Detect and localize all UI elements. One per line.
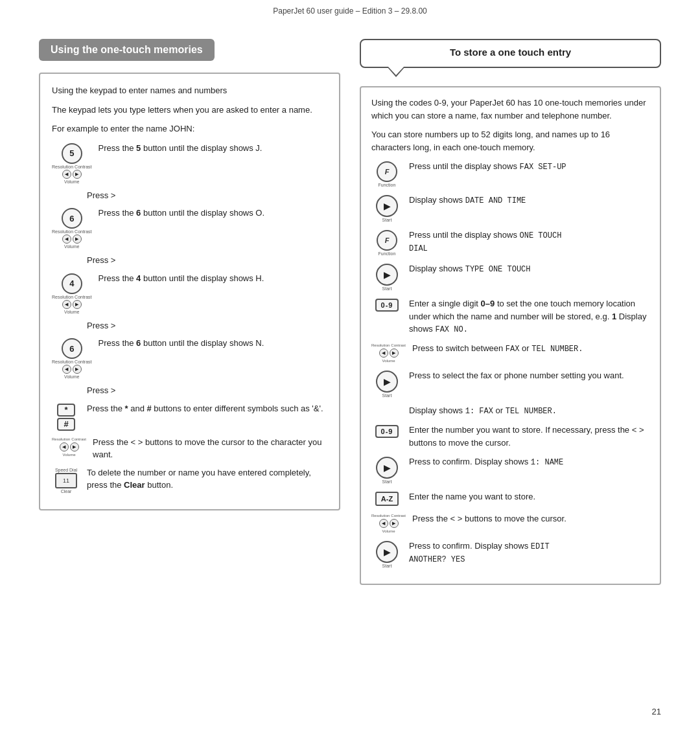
right-row-az: A-Z Enter the name you want to store.	[371, 490, 649, 506]
header-title: PaperJet 60 user guide – Edition 3 – 29.…	[273, 6, 427, 16]
right-row-start4: ▶ Start Press to confirm. Display shows …	[371, 455, 649, 484]
callout-title: To store a one touch entry	[371, 47, 649, 58]
icon-col-btn6b: 6 Resolution Contrast ◀ ▶ Volume	[52, 337, 92, 379]
instruction-text-btn4: Press the 4 button until the display sho…	[99, 272, 327, 285]
icon-col-rescon: Resolution Contrast ◀ ▶ Volume	[52, 436, 86, 457]
right-text-display1: Display shows 1: FAX or TEL NUMBER.	[409, 404, 649, 417]
icon-col-clear: Speed Dial 11 Clear	[52, 466, 80, 494]
btn6a-icon: 6	[62, 208, 82, 229]
btn5-mini-btns: ◀ ▶	[62, 170, 82, 179]
right-text-09a: Enter a single digit 0–9 to set the one …	[409, 297, 649, 336]
right-icon-start4: ▶ Start	[371, 455, 402, 484]
instruction-row-gt2: Press >	[52, 254, 327, 267]
left-intro-2: The keypad lets you type letters when yo…	[52, 104, 327, 117]
right-panel: To store a one touch entry Using the cod…	[360, 39, 661, 585]
mini-btn-right5: ▶	[70, 442, 79, 452]
right-row-rescon2: Resolution Contrast ◀ ▶ Volume Press the…	[371, 512, 649, 533]
right-row-display1: Display shows 1: FAX or TEL NUMBER.	[371, 404, 649, 417]
right-text-start5: Press to confirm. Display shows EDITANOT…	[409, 540, 649, 566]
right-icon-az: A-Z	[371, 490, 402, 506]
instruction-row-btn6b: 6 Resolution Contrast ◀ ▶ Volume Press t…	[52, 337, 327, 379]
right-row-09b: 0-9 Enter the number you want to store. …	[371, 424, 649, 449]
right-icon-rescon2: Resolution Contrast ◀ ▶ Volume	[371, 512, 406, 533]
right-row-function2: F Function Press until the display shows…	[371, 229, 649, 256]
right-text-09b: Enter the number you want to store. If n…	[409, 424, 649, 449]
mini-btn-right2: ▶	[73, 234, 82, 244]
instruction-text-clear: To delete the number or name you have en…	[87, 466, 327, 492]
instruction-text-btn6a: Press the 6 button until the display sho…	[99, 207, 327, 220]
main-content: Using the one-touch memories Using the k…	[0, 19, 700, 624]
section-title: Using the one-touch memories	[39, 39, 215, 61]
btn6a-group: 6 Resolution Contrast ◀ ▶ Volume	[52, 208, 92, 249]
btn4-group: 4 Resolution Contrast ◀ ▶ Volume	[52, 273, 92, 314]
start-btn-2: ▶	[376, 264, 398, 286]
btn4-icon: 4	[62, 273, 82, 294]
icon-col-btn6a: 6 Resolution Contrast ◀ ▶ Volume	[52, 207, 92, 249]
right-icon-function2: F Function	[371, 229, 402, 256]
star-btn: *	[57, 404, 75, 417]
mini-btn-left6: ◀	[379, 349, 388, 358]
instruction-row-btn4: 4 Resolution Contrast ◀ ▶ Volume Press t…	[52, 272, 327, 314]
instruction-row-star-hash: * # Press the * and # buttons to enter d…	[52, 402, 327, 431]
right-text-function1: Press until the display shows FAX SET-UP	[409, 160, 649, 173]
function-btn-1: F	[377, 161, 397, 182]
icon-col-btn5: 5 Resolution Contrast ◀ ▶ Volume	[52, 142, 92, 184]
right-text-start4: Press to confirm. Display shows 1: NAME	[409, 455, 649, 468]
right-text-rescon2: Press the < > buttons to move the cursor…	[412, 512, 649, 525]
left-box: Using the keypad to enter names and numb…	[39, 73, 340, 510]
icon-col-gt2	[52, 254, 80, 255]
btn6b-icon: 6	[62, 338, 82, 359]
instruction-row-gt1: Press >	[52, 189, 327, 202]
icon-col-star-hash: * #	[52, 402, 80, 431]
right-intro-1: Using the codes 0-9, your PaperJet 60 ha…	[371, 97, 649, 122]
az-badge: A-Z	[375, 492, 399, 506]
start-btn-1: ▶	[376, 195, 398, 217]
right-icon-start2: ▶ Start	[371, 262, 402, 291]
mini-btn-right6: ▶	[390, 349, 399, 358]
right-icon-09a: 0-9	[371, 297, 402, 312]
right-row-start1: ▶ Start Display shows DATE AND TIME	[371, 194, 649, 222]
instruction-row-gt4: Press >	[52, 384, 327, 397]
start-btn-4: ▶	[376, 457, 398, 479]
right-row-start5: ▶ Start Press to confirm. Display shows …	[371, 540, 649, 568]
mini-btn-left3: ◀	[62, 300, 71, 309]
icon-col-gt3	[52, 319, 80, 321]
btn5-icon: 5	[62, 143, 82, 164]
instruction-text-star-hash: Press the * and # buttons to enter diffe…	[87, 402, 327, 415]
right-icon-start3: ▶ Start	[371, 369, 402, 398]
right-text-function2: Press until the display shows ONE TOUCHD…	[409, 229, 649, 255]
instruction-text-rescon: Press the < > buttons to move the cursor…	[93, 436, 327, 461]
right-row-function1: F Function Press until the display shows…	[371, 160, 649, 187]
instruction-text-btn6b: Press the 6 button until the display sho…	[99, 337, 327, 350]
mini-btn-left4: ◀	[62, 365, 71, 374]
left-intro-1: Using the keypad to enter names and numb…	[52, 84, 327, 97]
instruction-text-gt3: Press >	[87, 319, 327, 332]
icon-col-btn4: 4 Resolution Contrast ◀ ▶ Volume	[52, 272, 92, 314]
mini-btn-right7: ▶	[390, 519, 399, 528]
instruction-row-clear: Speed Dial 11 Clear To delete the number…	[52, 466, 327, 494]
rescon-group: Resolution Contrast ◀ ▶ Volume	[52, 437, 86, 457]
right-row-rescon: Resolution Contrast ◀ ▶ Volume Press to …	[371, 342, 649, 363]
instruction-text-gt1: Press >	[87, 189, 327, 202]
right-intro-2: You can store numbers up to 52 digits lo…	[371, 128, 649, 154]
instruction-row-btn5: 5 Resolution Contrast ◀ ▶ Volume Press t…	[52, 142, 327, 184]
instruction-text-gt4: Press >	[87, 384, 327, 397]
function-btn-2: F	[377, 230, 397, 251]
start-btn-5: ▶	[376, 541, 398, 563]
start-btn-3: ▶	[376, 371, 398, 393]
right-icon-09b: 0-9	[371, 424, 402, 438]
mini-btn-left2: ◀	[62, 234, 71, 244]
mini-btn-right: ▶	[73, 170, 82, 179]
page-number: 21	[652, 707, 661, 716]
instruction-row-gt3: Press >	[52, 319, 327, 332]
instruction-text-btn5: Press the 5 button until the display sho…	[99, 142, 327, 155]
right-text-rescon: Press to switch between FAX or TEL NUMBE…	[412, 342, 649, 355]
mini-btn-left5: ◀	[60, 442, 69, 452]
mini-btn-right3: ▶	[73, 300, 82, 309]
left-panel: Using the one-touch memories Using the k…	[39, 39, 340, 510]
right-rescon2-group: Resolution Contrast ◀ ▶ Volume	[371, 514, 406, 533]
right-icon-display1	[371, 404, 402, 406]
btn5-group: 5 Resolution Contrast ◀ ▶ Volume	[52, 143, 92, 184]
right-text-start1: Display shows DATE AND TIME	[409, 194, 649, 207]
btn5-subrow: Resolution Contrast	[52, 165, 92, 169]
